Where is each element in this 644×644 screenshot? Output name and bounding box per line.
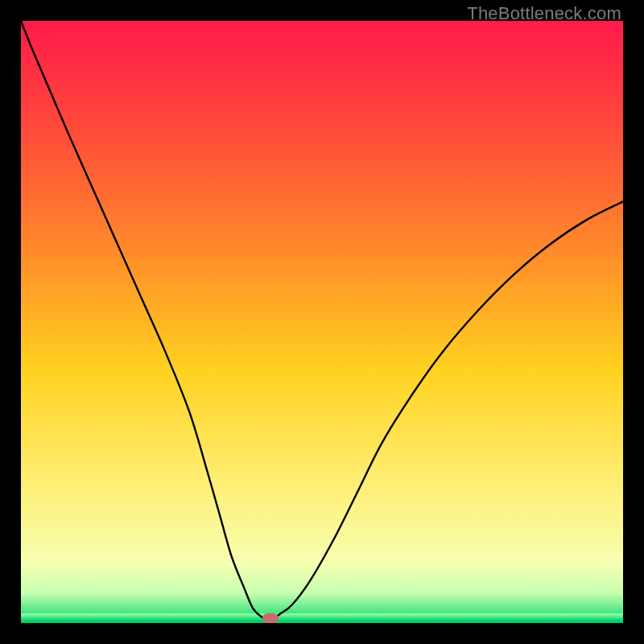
bottleneck-curve <box>21 21 623 623</box>
plot-area <box>21 21 623 623</box>
chart-frame: TheBottleneck.com <box>0 0 644 644</box>
optimum-marker <box>262 613 279 623</box>
watermark-label: TheBottleneck.com <box>467 3 621 24</box>
bottom-stripe <box>21 613 623 623</box>
